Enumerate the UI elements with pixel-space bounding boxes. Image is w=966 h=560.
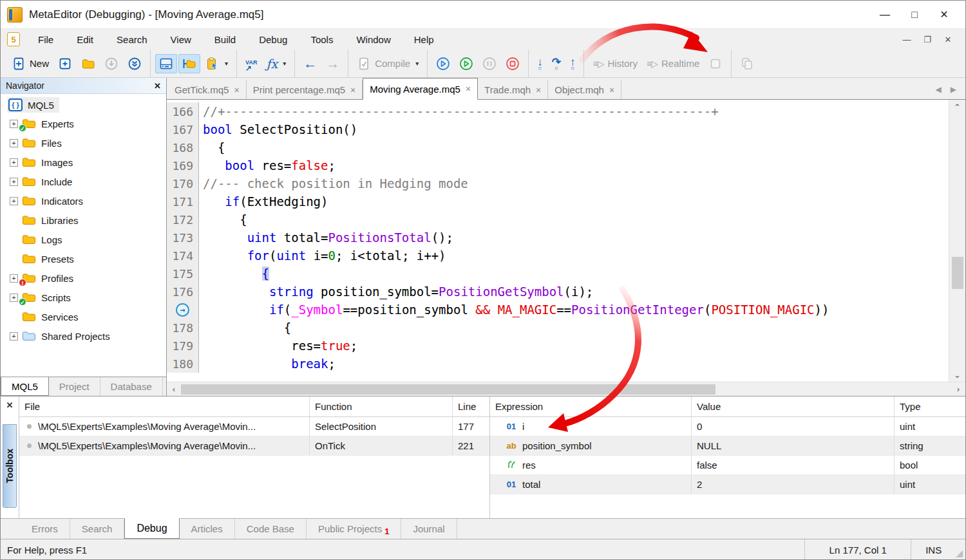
callstack-row[interactable]: \MQL5\Experts\Examples\Moving Average\Mo… [19, 436, 489, 456]
maximize-button[interactable]: □ [900, 4, 929, 26]
compile-button[interactable]: Compile▾ [353, 54, 422, 73]
mdi-close-button[interactable]: ✕ [940, 32, 956, 46]
tab-close-icon[interactable]: × [466, 84, 471, 94]
tab-scroll-left-icon[interactable]: ◀ [936, 85, 942, 94]
scroll-right-icon[interactable]: › [951, 384, 965, 394]
expand-plus-icon[interactable]: + [10, 158, 18, 167]
dropdown-caret-icon[interactable]: ▾ [283, 60, 286, 67]
panel-close-icon[interactable]: ✕ [6, 397, 14, 415]
menu-item-file[interactable]: File [26, 31, 65, 48]
sidebar-item-scripts[interactable]: +✓Scripts [5, 288, 166, 307]
stop-debug-button[interactable] [502, 54, 524, 73]
new-button[interactable]: New [8, 54, 53, 73]
navigator-tab-database[interactable]: Database [100, 377, 163, 396]
sidebar-item-mql5[interactable]: { }MQL5 [5, 96, 166, 114]
profiler-button[interactable] [705, 54, 726, 73]
expand-plus-icon[interactable]: + [10, 120, 18, 128]
tab-search[interactable]: Search [70, 519, 125, 539]
tab-public-projects[interactable]: Public Projects1 [307, 519, 401, 539]
resize-grip[interactable]: ◢ [956, 539, 965, 560]
close-button[interactable]: ✕ [929, 4, 959, 26]
sidebar-item-experts[interactable]: +✓Experts [5, 114, 166, 133]
scroll-up-icon[interactable]: ⌃ [949, 100, 965, 114]
expand-plus-icon[interactable]: + [10, 139, 18, 147]
menu-item-window[interactable]: Window [345, 31, 402, 48]
pause-debug-button[interactable] [478, 54, 500, 73]
watch-row[interactable]: resfalsebool [490, 456, 965, 475]
start-debug-history-button[interactable] [432, 54, 454, 73]
goto-declaration-button[interactable]: VAR↗ [242, 53, 261, 75]
sidebar-item-shared-projects[interactable]: +Shared Projects [5, 326, 166, 346]
menu-item-tools[interactable]: Tools [299, 31, 345, 48]
tab-gettick-mq5[interactable]: GetTick.mq5× [168, 80, 247, 99]
dropdown-caret-icon[interactable]: ▾ [225, 60, 228, 67]
expand-plus-icon[interactable]: + [10, 197, 18, 205]
start-debug-realtime-button[interactable] [455, 54, 477, 73]
toolbox-side-tab[interactable]: Toolbox [3, 424, 17, 508]
horizontal-scroll-thumb[interactable] [181, 384, 715, 395]
watch-row[interactable]: abposition_symbolNULLstring [490, 436, 965, 456]
navigate-back-button[interactable]: ← [299, 54, 321, 73]
tab-moving-average-mq5[interactable]: Moving Average.mq5× [363, 78, 478, 100]
copy-button[interactable] [736, 54, 758, 73]
paste-special-button[interactable]: ▾ [202, 54, 232, 73]
menu-item-help[interactable]: Help [402, 31, 446, 48]
new-file-button[interactable] [54, 54, 76, 73]
minimize-button[interactable]: — [870, 4, 900, 26]
scroll-left-icon[interactable]: ‹ [167, 384, 181, 394]
step-over-button[interactable]: ↷○ [548, 54, 565, 73]
vertical-scrollbar[interactable]: ⌃ ⌄ [949, 100, 965, 382]
history-button[interactable]: ≡▷History [589, 55, 641, 71]
tab-close-icon[interactable]: × [536, 85, 541, 95]
tab-close-icon[interactable]: × [234, 85, 239, 95]
sidebar-item-include[interactable]: +Include [5, 172, 166, 191]
save-button[interactable] [100, 54, 122, 73]
expand-plus-icon[interactable]: + [10, 274, 18, 283]
tab-close-icon[interactable]: × [609, 85, 614, 95]
open-file-button[interactable] [77, 54, 99, 73]
step-out-button[interactable]: ↑○ [566, 54, 580, 73]
tab-object-mqh[interactable]: Object.mqh× [548, 80, 621, 99]
watch-row[interactable]: 01i0uint [490, 417, 965, 436]
sidebar-item-files[interactable]: +Files [5, 133, 166, 153]
scroll-down-icon[interactable]: ⌄ [949, 368, 965, 382]
expand-plus-icon[interactable]: + [10, 332, 18, 341]
menu-item-view[interactable]: View [159, 31, 203, 48]
tab-debug[interactable]: Debug [124, 518, 179, 539]
watch-row[interactable]: 01total2uint [490, 475, 965, 494]
realtime-button[interactable]: ≡▷Realtime [643, 55, 703, 71]
mdi-restore-button[interactable]: ❐ [919, 32, 936, 46]
tab-close-icon[interactable]: × [350, 85, 355, 95]
insert-function-button[interactable]: ƒx▾ [262, 54, 290, 73]
callstack-row[interactable]: \MQL5\Experts\Examples\Moving Average\Mo… [19, 417, 489, 436]
toggle-toolbox-button[interactable] [178, 54, 200, 73]
tab-articles[interactable]: Articles [180, 519, 235, 539]
navigator-close-icon[interactable]: ✕ [154, 81, 161, 91]
tab-trade-mqh[interactable]: Trade.mqh× [478, 80, 548, 99]
vertical-scroll-thumb[interactable] [952, 257, 963, 289]
toggle-navigator-button[interactable] [155, 54, 177, 73]
sidebar-item-indicators[interactable]: +Indicators [5, 191, 166, 210]
mdi-minimize-button[interactable]: — [898, 32, 915, 46]
sidebar-item-services[interactable]: Services [5, 307, 166, 326]
dropdown-caret-icon[interactable]: ▾ [415, 60, 419, 67]
save-all-button[interactable] [124, 54, 146, 73]
menu-item-build[interactable]: Build [203, 31, 247, 48]
sidebar-item-images[interactable]: +Images [5, 153, 166, 172]
menu-item-debug[interactable]: Debug [247, 31, 299, 48]
navigator-tab-project[interactable]: Project [49, 377, 100, 396]
tab-scroll-right-icon[interactable]: ▶ [951, 85, 956, 94]
sidebar-item-presets[interactable]: Presets [5, 249, 166, 268]
sidebar-item-profiles[interactable]: +!Profiles [5, 268, 166, 288]
tab-journal[interactable]: Journal [401, 519, 457, 539]
expand-plus-icon[interactable]: + [10, 178, 18, 186]
sidebar-item-libraries[interactable]: Libraries [5, 210, 166, 230]
menu-item-search[interactable]: Search [105, 31, 159, 48]
tab-code-base[interactable]: Code Base [235, 519, 307, 539]
expand-plus-icon[interactable]: + [10, 294, 18, 302]
navigate-forward-button[interactable]: → [322, 54, 343, 73]
step-into-button[interactable]: ↓○ [533, 54, 547, 73]
menu-item-edit[interactable]: Edit [65, 31, 105, 48]
code-editor[interactable]: 166//+----------------------------------… [167, 100, 949, 382]
tab-print-percentage-mq5[interactable]: Print percentage.mq5× [247, 80, 363, 99]
